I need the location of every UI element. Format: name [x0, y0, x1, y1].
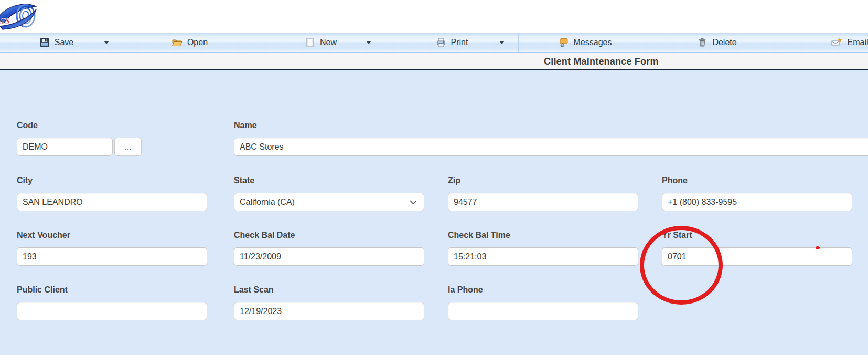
public-client-input[interactable]: [17, 302, 207, 320]
code-label: Code: [17, 120, 113, 130]
toolbar-button-save[interactable]: Save: [0, 33, 123, 52]
next-voucher-input[interactable]: [17, 247, 207, 266]
print-dropdown-arrow-icon[interactable]: [499, 41, 505, 44]
code-lookup-button[interactable]: ...: [114, 138, 142, 156]
field-city: City: [17, 175, 207, 211]
field-name: Name: [234, 120, 868, 156]
field-code: Code: [17, 120, 113, 156]
field-zip: Zip: [448, 175, 638, 211]
new-dropdown-arrow-icon[interactable]: [366, 41, 371, 44]
field-la-phone: la Phone: [448, 285, 638, 320]
check-bal-date-input[interactable]: [234, 247, 424, 266]
toolbar: Save Open New: [0, 33, 868, 53]
city-label: City: [17, 175, 207, 185]
field-state: State California (CA): [234, 175, 424, 211]
yr-start-input[interactable]: [662, 247, 852, 266]
save-icon: [39, 37, 50, 48]
last-scan-input[interactable]: [234, 302, 424, 320]
toolbar-delete-label: Delete: [712, 38, 736, 47]
toolbar-open-label: Open: [187, 38, 208, 47]
toolbar-button-email[interactable]: Email: [783, 33, 868, 52]
field-public-client: Public Client: [17, 285, 207, 320]
toolbar-button-messages[interactable]: Messages: [519, 33, 651, 52]
field-check-bal-time: Check Bal Time: [448, 230, 638, 266]
save-dropdown-arrow-icon[interactable]: [104, 41, 109, 44]
logo-text: ATS: [0, 17, 10, 25]
city-input[interactable]: [17, 193, 207, 211]
toolbar-email-label: Email: [847, 38, 868, 47]
yr-start-label: Yr Start: [662, 230, 852, 240]
messages-icon: [558, 37, 569, 48]
name-input[interactable]: [234, 138, 868, 156]
form-title-bar: Client Maintenance Form: [0, 53, 868, 70]
la-phone-label: la Phone: [448, 285, 638, 295]
open-folder-icon: [172, 37, 183, 48]
new-document-icon: [305, 37, 315, 48]
toolbar-save-label: Save: [55, 38, 73, 47]
la-phone-input[interactable]: [448, 302, 638, 320]
field-next-voucher: Next Voucher: [17, 230, 207, 266]
check-bal-date-label: Check Bal Date: [234, 230, 424, 240]
page-title: Client Maintenance Form: [544, 56, 659, 67]
toolbar-button-delete[interactable]: Delete: [651, 33, 783, 52]
field-last-scan: Last Scan: [234, 285, 424, 320]
toolbar-messages-label: Messages: [574, 38, 612, 47]
code-input[interactable]: [17, 138, 113, 156]
phone-input[interactable]: [662, 193, 852, 211]
zip-input[interactable]: [448, 193, 638, 211]
toolbar-button-open[interactable]: Open: [123, 33, 256, 52]
zip-label: Zip: [448, 175, 638, 185]
print-icon: [436, 37, 446, 48]
field-phone: Phone: [662, 175, 852, 211]
ats-logo: ATS: [0, 2, 44, 34]
last-scan-label: Last Scan: [234, 285, 424, 295]
app-header: ATS: [0, 0, 868, 33]
delete-icon: [697, 37, 708, 48]
field-yr-start: Yr Start: [662, 230, 852, 266]
check-bal-time-input[interactable]: [448, 247, 638, 266]
toolbar-new-label: New: [320, 38, 337, 47]
client-maintenance-window: ATS Save: [0, 0, 868, 355]
field-check-bal-date: Check Bal Date: [234, 230, 424, 266]
public-client-label: Public Client: [17, 285, 207, 295]
toolbar-button-new[interactable]: New: [256, 33, 385, 52]
email-icon: [831, 37, 842, 48]
state-select[interactable]: California (CA): [234, 193, 424, 211]
toolbar-button-print[interactable]: Print: [385, 33, 519, 52]
check-bal-time-label: Check Bal Time: [448, 230, 638, 240]
next-voucher-label: Next Voucher: [17, 230, 207, 240]
name-label: Name: [234, 120, 868, 130]
phone-label: Phone: [662, 175, 852, 185]
toolbar-print-label: Print: [451, 38, 468, 47]
state-label: State: [234, 175, 424, 185]
